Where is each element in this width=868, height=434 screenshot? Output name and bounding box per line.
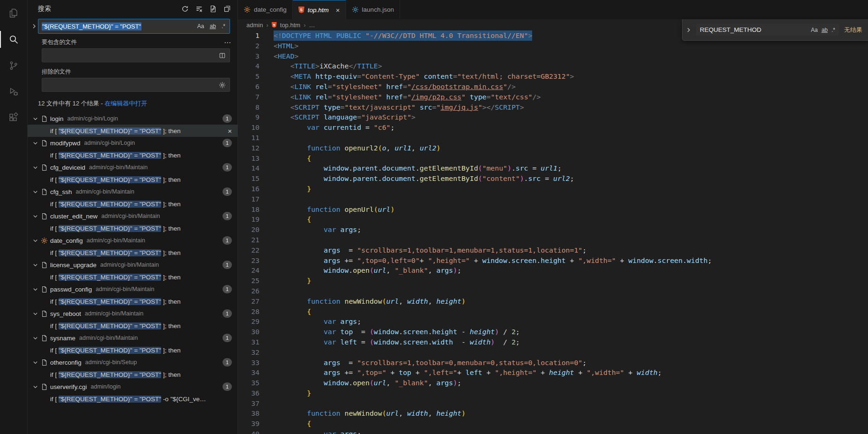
tab-launch-json[interactable]: launch.json [346, 0, 400, 19]
breadcrumb-symbol[interactable]: … [309, 22, 315, 29]
extensions-icon[interactable] [0, 105, 27, 131]
code-line[interactable]: 8 <SCRIPT type="text/javascript" src="im… [238, 102, 868, 112]
code-line[interactable]: 3<HEAD> [238, 51, 868, 61]
code-line[interactable]: 13 { [238, 153, 868, 164]
code-line[interactable]: 14 window.parent.document.getElementById… [238, 163, 868, 173]
result-file-row[interactable]: passwd_configadmin/cgi-bin/Maintain1 [28, 283, 237, 295]
code-line[interactable]: 22 args = "scrollbars=1,toolbar=1,menuba… [238, 245, 868, 255]
code-line[interactable]: 30 var top = (window.screen.height - hei… [238, 327, 868, 337]
code-line[interactable]: 39 { [238, 419, 868, 429]
open-results-icon[interactable] [223, 4, 232, 14]
files-include-input[interactable] [42, 48, 230, 62]
result-match-row[interactable]: if [ "${REQUEST_METHOD}" = "POST" ]; the… [28, 222, 237, 234]
result-match-row[interactable]: if [ "${REQUEST_METHOD}" = "POST" ]; the… [28, 247, 237, 259]
result-file-row[interactable]: otherconfigadmin/cgi-bin/Setup1 [28, 356, 237, 368]
chevron-down-icon[interactable] [32, 262, 41, 268]
whole-word-toggle[interactable]: ab [822, 27, 828, 33]
tab-top-htm[interactable]: 5 top.htm × [293, 0, 346, 19]
new-search-editor-icon[interactable] [208, 4, 218, 14]
code-line[interactable]: 4 <TITLE>iXCache</TITLE> [238, 61, 868, 71]
result-match-row[interactable]: if [ "${REQUEST_METHOD}" = "POST" ]; the… [28, 368, 237, 381]
result-file-row[interactable]: date_configadmin/cgi-bin/Maintain1 [28, 234, 237, 247]
result-match-row[interactable]: if [ "${REQUEST_METHOD}" = "POST" ]; the… [28, 149, 237, 161]
code-line[interactable]: 25 } [238, 276, 868, 286]
result-file-row[interactable]: modifypwdadmin/cgi-bin/Login1 [28, 137, 237, 149]
result-file-row[interactable]: license_upgradeadmin/cgi-bin/Maintain1 [28, 259, 237, 271]
result-match-row[interactable]: if [ "${REQUEST_METHOD}" = "POST" ]; the… [28, 271, 237, 283]
use-exclude-settings-gear-icon[interactable] [219, 82, 226, 89]
source-control-icon[interactable] [0, 52, 27, 79]
toggle-search-details-button[interactable]: ⋯ [224, 40, 231, 45]
result-file-row[interactable]: cfg_sshadmin/cgi-bin/Maintain1 [28, 186, 237, 198]
result-match-row[interactable]: if [ "${REQUEST_METHOD}" = "POST" ]; the… [28, 125, 237, 137]
chevron-down-icon[interactable] [32, 238, 41, 244]
result-match-row[interactable]: if [ "${REQUEST_METHOD}" = "POST" -o "${… [28, 393, 237, 405]
result-match-row[interactable]: if [ "${REQUEST_METHOD}" = "POST" ]; the… [28, 320, 237, 332]
run-debug-icon[interactable] [0, 79, 27, 105]
result-match-row[interactable]: if [ "${REQUEST_METHOD}" = "POST" ]; the… [28, 344, 237, 356]
open-editors-only-icon[interactable] [219, 52, 226, 59]
find-input[interactable]: REQUEST_METHOD Aa ab .* [696, 24, 839, 36]
result-match-row[interactable]: if [ "${REQUEST_METHOD}" = "POST" ]; the… [28, 295, 237, 307]
code-line[interactable]: 26 [238, 286, 868, 296]
explorer-icon[interactable] [0, 0, 27, 26]
chevron-down-icon[interactable] [32, 311, 41, 317]
chevron-down-icon[interactable] [32, 116, 41, 122]
code-line[interactable]: 17 [238, 194, 868, 204]
code-line[interactable]: 20 var args; [238, 224, 868, 235]
refresh-icon[interactable] [180, 4, 190, 14]
chevron-down-icon[interactable] [32, 384, 41, 390]
breadcrumb-admin[interactable]: admin [246, 22, 263, 29]
dismiss-match-icon[interactable]: × [228, 127, 232, 135]
search-icon[interactable] [0, 26, 27, 52]
search-input[interactable]: "${REQUEST_METHOD}" = "POST" Aa ab .* [38, 19, 230, 34]
code-line[interactable]: 35 window.open(url, "_blank", args); [238, 378, 868, 388]
code-line[interactable]: 21 [238, 235, 868, 245]
code-line[interactable]: 29 var args; [238, 316, 868, 327]
code-line[interactable]: 23 args += ",top=0,left=0"+ ",height=" +… [238, 255, 868, 266]
code-area[interactable]: 1<!DOCTYPE HTML PUBLIC "-//W3C//DTD HTML… [238, 30, 868, 434]
code-line[interactable]: 19 { [238, 214, 868, 224]
code-line[interactable]: 38 function newWindow(url, width, height… [238, 408, 868, 419]
chevron-down-icon[interactable] [32, 189, 41, 195]
chevron-down-icon[interactable] [32, 359, 41, 366]
result-file-row[interactable]: cluster_edit_newadmin/cgi-bin/Maintain1 [28, 210, 237, 222]
chevron-down-icon[interactable] [32, 213, 41, 219]
files-exclude-input[interactable] [42, 78, 230, 92]
code-line[interactable]: 15 window.parent.document.getElementById… [238, 173, 868, 184]
code-line[interactable]: 18 function openUrl(url) [238, 204, 868, 215]
toggle-replace-chevron-icon[interactable] [30, 23, 38, 30]
match-case-toggle[interactable]: Aa [811, 27, 818, 33]
code-line[interactable]: 2<HTML> [238, 41, 868, 51]
whole-word-toggle[interactable]: ab [209, 22, 217, 30]
code-line[interactable]: 40 var args; [238, 429, 868, 434]
close-tab-icon[interactable]: × [336, 6, 340, 14]
code-line[interactable]: 7 <LINK rel="stylesheet" href="/img/p2p.… [238, 92, 868, 102]
code-line[interactable]: 12 function openurl2(o, url1, url2) [238, 143, 868, 153]
result-file-row[interactable]: userverify.cgiadmin/login1 [28, 381, 237, 393]
code-line[interactable]: 11 [238, 133, 868, 143]
result-file-row[interactable]: loginadmin/cgi-bin/Login1 [28, 112, 237, 125]
regex-toggle[interactable]: .* [831, 27, 835, 33]
regex-toggle[interactable]: .* [221, 22, 226, 30]
breadcrumb-file[interactable]: top.htm [280, 22, 300, 29]
code-line[interactable]: 36 } [238, 388, 868, 398]
code-line[interactable]: 5 <META http-equiv="Content-Type" conten… [238, 71, 868, 82]
code-line[interactable]: 33 args = "scrollbars=1,toolbar=0,menuba… [238, 358, 868, 368]
chevron-down-icon[interactable] [32, 335, 41, 341]
result-match-row[interactable]: if [ "${REQUEST_METHOD}" = "POST" ]; the… [28, 198, 237, 210]
match-case-toggle[interactable]: Aa [196, 22, 205, 30]
clear-results-icon[interactable] [194, 4, 204, 14]
chevron-down-icon[interactable] [32, 165, 41, 171]
code-line[interactable]: 16 } [238, 184, 868, 194]
code-line[interactable]: 34 args += ",top=" + top + ",left="+ lef… [238, 367, 868, 378]
result-file-row[interactable]: sys_rebootadmin/cgi-bin/Maintain1 [28, 307, 237, 320]
result-file-row[interactable]: sysnameadmin/cgi-bin/Maintain1 [28, 332, 237, 344]
toggle-replace-chevron-icon[interactable] [685, 27, 692, 33]
code-line[interactable]: 31 var left = (window.screen.width - wid… [238, 337, 868, 347]
code-line[interactable]: 37 [238, 398, 868, 409]
code-line[interactable]: 9 <SCRIPT language="javaScript"> [238, 112, 868, 122]
code-line[interactable]: 24 window.open(url, "_blank", args); [238, 265, 868, 276]
chevron-down-icon[interactable] [32, 286, 41, 292]
code-line[interactable]: 6 <LINK rel="stylesheet" href="/css/boot… [238, 82, 868, 92]
